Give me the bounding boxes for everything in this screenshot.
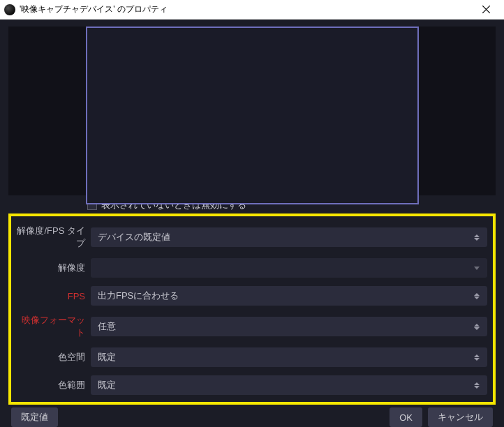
row-video-format: 映像フォーマット 任意 — [17, 314, 487, 339]
select-res-fps-type[interactable]: デバイスの既定値 — [91, 227, 487, 247]
row-resolution: 解像度 — [17, 258, 487, 278]
titlebar: '映像キャプチャデバイス' のプロパティ — [0, 0, 504, 20]
label-resolution: 解像度 — [17, 262, 91, 274]
row-fps: FPS 出力FPSに合わせる — [17, 286, 487, 306]
row-res-fps-type: 解像度/FPS タイプ デバイスの既定値 — [17, 225, 487, 250]
spinner-icon — [472, 324, 482, 330]
highlighted-settings-group: 解像度/FPS タイプ デバイスの既定値 解像度 FPS 出力FPSに合わせる … — [8, 214, 496, 405]
label-fps: FPS — [17, 291, 91, 301]
window-title: '映像キャプチャデバイス' のプロパティ — [20, 3, 472, 15]
value-res-fps-type: デバイスの既定値 — [96, 231, 472, 244]
select-fps[interactable]: 出力FPSに合わせる — [91, 286, 487, 306]
close-button[interactable] — [472, 1, 500, 19]
ok-button[interactable]: OK — [390, 407, 422, 427]
spinner-icon — [472, 354, 482, 361]
spinner-icon — [472, 234, 482, 241]
dialog-content: 表示されていないときは無効にする 解像度/FPS タイプ デバイスの既定値 解像… — [0, 20, 504, 427]
label-color-range: 色範囲 — [17, 379, 91, 391]
app-icon — [4, 4, 15, 15]
select-color-range[interactable]: 既定 — [91, 375, 487, 395]
select-resolution[interactable] — [91, 258, 487, 278]
cancel-button[interactable]: キャンセル — [428, 407, 493, 427]
value-color-space: 既定 — [96, 351, 472, 364]
close-icon — [482, 6, 490, 13]
row-color-space: 色空間 既定 — [17, 347, 487, 367]
spinner-icon — [472, 293, 482, 299]
defaults-button[interactable]: 既定値 — [11, 407, 58, 427]
chevron-down-icon — [472, 267, 482, 270]
value-video-format: 任意 — [96, 320, 472, 333]
spinner-icon — [472, 382, 482, 389]
dialog-button-bar: 既定値 OK キャンセル — [8, 406, 496, 427]
value-color-range: 既定 — [96, 379, 472, 391]
value-fps: 出力FPSに合わせる — [96, 290, 472, 302]
select-color-space[interactable]: 既定 — [91, 347, 487, 367]
label-res-fps-type: 解像度/FPS タイプ — [17, 225, 91, 250]
preview-source-bounds[interactable] — [86, 27, 419, 204]
row-color-range: 色範囲 既定 — [17, 375, 487, 395]
preview-area — [8, 27, 496, 195]
label-video-format: 映像フォーマット — [17, 314, 91, 339]
label-color-space: 色空間 — [17, 351, 91, 364]
select-video-format[interactable]: 任意 — [91, 317, 487, 336]
